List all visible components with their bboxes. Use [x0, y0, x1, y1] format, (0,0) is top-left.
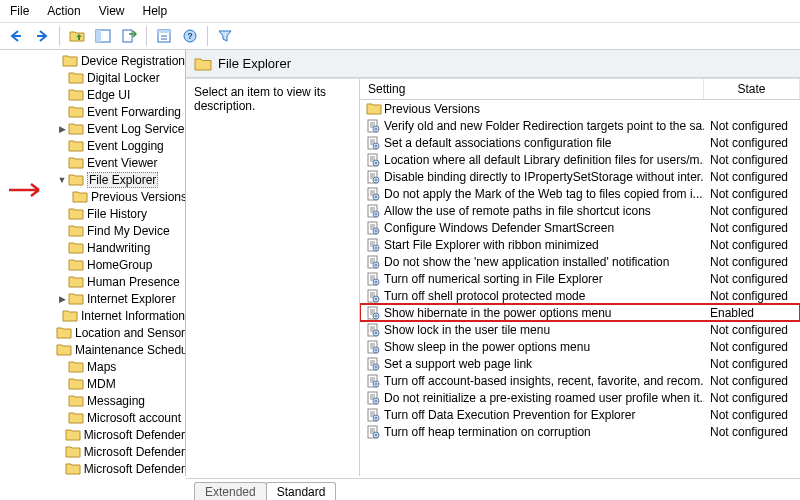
chevron-icon[interactable]: ▶ — [56, 124, 68, 134]
menu-action[interactable]: Action — [47, 4, 80, 18]
policy-icon — [366, 289, 380, 303]
column-setting[interactable]: Setting — [360, 79, 704, 99]
tree-item[interactable]: File History — [12, 205, 185, 222]
scope-title: File Explorer — [218, 56, 291, 71]
tree-item[interactable]: Digital Locker — [12, 69, 185, 86]
chevron-icon[interactable]: ▼ — [56, 175, 68, 185]
setting-row[interactable]: Previous Versions — [360, 100, 800, 117]
tree-item[interactable]: Location and Sensors — [12, 324, 185, 341]
state-cell: Not configured — [704, 136, 800, 150]
help-button[interactable]: ? — [178, 25, 202, 47]
state-cell: Not configured — [704, 289, 800, 303]
setting-row[interactable]: Start File Explorer with ribbon minimize… — [360, 236, 800, 253]
setting-row[interactable]: Do not reinitialize a pre-existing roame… — [360, 389, 800, 406]
folder-icon — [68, 207, 84, 221]
policy-icon — [366, 340, 380, 354]
setting-label: Start File Explorer with ribbon minimize… — [384, 238, 599, 252]
tree-item[interactable]: Find My Device — [12, 222, 185, 239]
folder-icon — [68, 377, 84, 391]
menu-help[interactable]: Help — [143, 4, 168, 18]
setting-row[interactable]: Show sleep in the power options menuNot … — [360, 338, 800, 355]
funnel-icon — [218, 29, 232, 43]
up-button[interactable] — [65, 25, 89, 47]
state-cell: Not configured — [704, 204, 800, 218]
policy-icon — [366, 136, 380, 150]
setting-row[interactable]: Do not show the 'new application install… — [360, 253, 800, 270]
tree-item[interactable]: Human Presence — [12, 273, 185, 290]
chevron-icon[interactable]: ▶ — [56, 294, 68, 304]
tree-item[interactable]: Internet Information — [12, 307, 185, 324]
setting-cell: Turn off Data Execution Prevention for E… — [360, 408, 704, 422]
policy-icon — [366, 323, 380, 337]
settings-list[interactable]: Setting State Previous VersionsVerify ol… — [360, 79, 800, 476]
setting-row[interactable]: Turn off Data Execution Prevention for E… — [360, 406, 800, 423]
tree-item[interactable]: ▼File Explorer — [12, 171, 185, 188]
tree-item[interactable]: ▶Event Log Service — [12, 120, 185, 137]
tree-item[interactable]: Event Viewer — [12, 154, 185, 171]
export-list-button[interactable] — [117, 25, 141, 47]
setting-row[interactable]: Allow the use of remote paths in file sh… — [360, 202, 800, 219]
tree-item[interactable]: Microsoft Defender — [12, 460, 185, 476]
column-state[interactable]: State — [704, 79, 800, 99]
tab-standard[interactable]: Standard — [266, 482, 337, 500]
setting-row[interactable]: Turn off numerical sorting in File Explo… — [360, 270, 800, 287]
setting-row[interactable]: Do not apply the Mark of the Web tag to … — [360, 185, 800, 202]
tree-item[interactable]: Handwriting — [12, 239, 185, 256]
tree-item[interactable]: MDM — [12, 375, 185, 392]
list-header[interactable]: Setting State — [360, 79, 800, 100]
folder-icon — [65, 428, 81, 442]
setting-row[interactable]: Location where all default Library defin… — [360, 151, 800, 168]
setting-cell: Set a default associations configuration… — [360, 136, 704, 150]
tree-item[interactable]: Microsoft account — [12, 409, 185, 426]
state-cell: Not configured — [704, 238, 800, 252]
setting-row[interactable]: Verify old and new Folder Redirection ta… — [360, 117, 800, 134]
tree-item[interactable]: Edge UI — [12, 86, 185, 103]
tree-item[interactable]: ▶Internet Explorer — [12, 290, 185, 307]
setting-row[interactable]: Disable binding directly to IPropertySet… — [360, 168, 800, 185]
tree-pane-icon — [95, 28, 111, 44]
tree-item[interactable]: Microsoft Defender — [12, 426, 185, 443]
tree-item-label: Internet Information — [81, 309, 185, 323]
tree-item[interactable]: Previous Versions — [12, 188, 185, 205]
setting-cell: Turn off heap termination on corruption — [360, 425, 704, 439]
tree-item[interactable]: Microsoft Defender — [12, 443, 185, 460]
tree-item-label: Event Viewer — [87, 156, 157, 170]
setting-row[interactable]: Turn off heap termination on corruptionN… — [360, 423, 800, 440]
folder-icon — [72, 190, 88, 204]
setting-row[interactable]: Set a default associations configuration… — [360, 134, 800, 151]
back-button[interactable] — [4, 25, 28, 47]
menu-file[interactable]: File — [10, 4, 29, 18]
properties-button[interactable] — [152, 25, 176, 47]
policy-icon — [366, 153, 380, 167]
tree-item[interactable]: HomeGroup — [12, 256, 185, 273]
setting-row[interactable]: Set a support web page linkNot configure… — [360, 355, 800, 372]
setting-row[interactable]: Turn off account-based insights, recent,… — [360, 372, 800, 389]
menu-view[interactable]: View — [99, 4, 125, 18]
tab-extended[interactable]: Extended — [194, 482, 267, 500]
tree-item[interactable]: Event Forwarding — [12, 103, 185, 120]
setting-label: Disable binding directly to IPropertySet… — [384, 170, 704, 184]
setting-row[interactable]: Configure Windows Defender SmartScreenNo… — [360, 219, 800, 236]
folder-icon — [65, 462, 81, 476]
tree-item[interactable]: Device Registration — [12, 52, 185, 69]
tree-item[interactable]: Event Logging — [12, 137, 185, 154]
policy-icon — [366, 238, 380, 252]
tree-item-label: Event Logging — [87, 139, 164, 153]
setting-label: Turn off Data Execution Prevention for E… — [384, 408, 635, 422]
show-hide-tree-button[interactable] — [91, 25, 115, 47]
filter-button[interactable] — [213, 25, 237, 47]
folder-icon — [68, 105, 84, 119]
folder-icon — [194, 56, 212, 72]
setting-row[interactable]: Show lock in the user tile menuNot confi… — [360, 321, 800, 338]
help-icon: ? — [182, 28, 198, 44]
setting-label: Turn off heap termination on corruption — [384, 425, 591, 439]
tree-pane[interactable]: Device RegistrationDigital LockerEdge UI… — [0, 50, 186, 476]
forward-button[interactable] — [30, 25, 54, 47]
setting-cell: Verify old and new Folder Redirection ta… — [360, 119, 704, 133]
setting-row[interactable]: Show hibernate in the power options menu… — [360, 304, 800, 321]
tree-item[interactable]: Messaging — [12, 392, 185, 409]
tree-item[interactable]: Maps — [12, 358, 185, 375]
tree-item[interactable]: Maintenance Scheduler — [12, 341, 185, 358]
setting-row[interactable]: Turn off shell protocol protected modeNo… — [360, 287, 800, 304]
state-cell: Not configured — [704, 357, 800, 371]
